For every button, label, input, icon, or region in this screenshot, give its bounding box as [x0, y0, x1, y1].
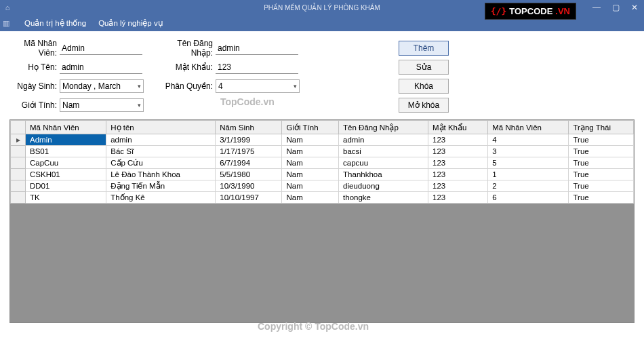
- label-gioitinh: Giới Tính:: [9, 100, 60, 110]
- cell[interactable]: Đặng Tiến Mẫn: [106, 180, 216, 192]
- table-row[interactable]: DD01Đặng Tiến Mẫn10/3/1990Namdieuduong12…: [11, 180, 634, 192]
- cell[interactable]: admin: [339, 134, 428, 146]
- col-tendn[interactable]: Tên Đăng Nhập: [339, 121, 428, 134]
- cell[interactable]: Cấp Cứu: [106, 157, 216, 169]
- cell[interactable]: TK: [26, 192, 106, 204]
- form-column-2: Tên Đăng Nhập: Mật Khẩu: Phân Quyền: 4 ▾: [156, 41, 300, 113]
- row-indicator: [11, 192, 26, 204]
- cell[interactable]: CSKH01: [26, 169, 106, 180]
- row-indicator: ▸: [11, 134, 26, 146]
- col-manv2[interactable]: Mã Nhân Viên: [488, 121, 569, 134]
- cell[interactable]: admin: [106, 134, 216, 146]
- cell[interactable]: True: [569, 146, 634, 157]
- label-matkhau: Mật Khẩu:: [156, 62, 216, 72]
- chevron-down-icon: ▾: [138, 102, 141, 109]
- cell[interactable]: Nam: [282, 169, 339, 180]
- cell[interactable]: Lê Đào Thành Khoa: [106, 169, 216, 180]
- input-tendn[interactable]: [216, 41, 298, 55]
- maximize-button[interactable]: ▢: [606, 0, 625, 15]
- mokhoa-button[interactable]: Mở khóa: [399, 98, 449, 113]
- combo-gioitinh-value: Nam: [62, 100, 79, 110]
- cell[interactable]: 4: [488, 134, 569, 146]
- cell[interactable]: Nam: [282, 134, 339, 146]
- col-gioitinh[interactable]: Giới Tính: [282, 121, 339, 134]
- cell[interactable]: 5: [488, 157, 569, 169]
- cell[interactable]: dieuduong: [339, 180, 428, 192]
- sua-button[interactable]: Sửa: [399, 60, 449, 75]
- table-row[interactable]: CapCuuCấp Cứu6/7/1994Namcapcuu1235True: [11, 157, 634, 169]
- cell[interactable]: Nam: [282, 180, 339, 192]
- col-hoten[interactable]: Họ tên: [106, 121, 216, 134]
- col-namsinh[interactable]: Năm Sinh: [216, 121, 282, 134]
- cell[interactable]: 123: [428, 180, 487, 192]
- label-ngaysinh: Ngày Sinh:: [9, 81, 60, 91]
- row-indicator: [11, 180, 26, 192]
- row-indicator: [11, 169, 26, 180]
- cell[interactable]: 123: [428, 192, 487, 204]
- datepicker-value: Monday , March: [62, 81, 121, 91]
- cell[interactable]: Thống Kê: [106, 192, 216, 204]
- minimize-button[interactable]: —: [587, 0, 606, 15]
- cell[interactable]: 3/1/1999: [216, 134, 282, 146]
- table-row[interactable]: CSKH01Lê Đào Thành Khoa5/5/1980NamThanhk…: [11, 169, 634, 180]
- table-row[interactable]: BS01Bác Sĩ1/17/1975Nambacsi1233True: [11, 146, 634, 157]
- cell[interactable]: 10/3/1990: [216, 180, 282, 192]
- cell[interactable]: Bác Sĩ: [106, 146, 216, 157]
- input-hoten[interactable]: [60, 60, 142, 74]
- cell[interactable]: bacsi: [339, 146, 428, 157]
- cell[interactable]: True: [569, 169, 634, 180]
- col-matkhau[interactable]: Mật Khẩu: [428, 121, 487, 134]
- cell[interactable]: 123: [428, 146, 487, 157]
- cell[interactable]: 3: [488, 146, 569, 157]
- cell[interactable]: 123: [428, 134, 487, 146]
- cell[interactable]: 123: [428, 169, 487, 180]
- cell[interactable]: True: [569, 192, 634, 204]
- khoa-button[interactable]: Khóa: [399, 79, 449, 94]
- close-button[interactable]: ✕: [625, 0, 644, 15]
- datepicker-ngaysinh[interactable]: Monday , March ▾: [60, 79, 144, 93]
- input-manv[interactable]: [60, 41, 142, 55]
- row-indicator: [11, 146, 26, 157]
- cell[interactable]: 6/7/1994: [216, 157, 282, 169]
- cell[interactable]: 2: [488, 180, 569, 192]
- cell[interactable]: True: [569, 134, 634, 146]
- chevron-down-icon: ▾: [294, 83, 297, 90]
- combo-gioitinh[interactable]: Nam ▾: [60, 98, 144, 112]
- cell[interactable]: 1/17/1975: [216, 146, 282, 157]
- table-row[interactable]: ▸Adminadmin3/1/1999Namadmin1234True: [11, 134, 634, 146]
- label-tendn: Tên Đăng Nhập:: [156, 39, 216, 58]
- cell[interactable]: Nam: [282, 146, 339, 157]
- cell[interactable]: True: [569, 157, 634, 169]
- input-matkhau[interactable]: [216, 60, 298, 74]
- cell[interactable]: Nam: [282, 192, 339, 204]
- cell[interactable]: BS01: [26, 146, 106, 157]
- cell[interactable]: 10/10/1997: [216, 192, 282, 204]
- combo-phanquyen[interactable]: 4 ▾: [216, 79, 300, 93]
- cell[interactable]: DD01: [26, 180, 106, 192]
- menu-quantri[interactable]: Quản trị hệ thống: [24, 18, 86, 28]
- logo-badge: {/} TOPCODE.VN: [485, 3, 576, 20]
- cell[interactable]: Thanhkhoa: [339, 169, 428, 180]
- col-trangthai[interactable]: Trạng Thái: [569, 121, 634, 134]
- content-area: Mã Nhân Viên: Họ Tên: Ngày Sinh: Monday …: [0, 31, 644, 328]
- data-grid[interactable]: Mã Nhân Viên Họ tên Năm Sinh Giới Tính T…: [9, 119, 635, 323]
- menu-toggle-icon[interactable]: ▥: [3, 19, 12, 28]
- cell[interactable]: 123: [428, 157, 487, 169]
- cell[interactable]: 1: [488, 169, 569, 180]
- window-title: PHẦN MỀM QUẢN LÝ PHÒNG KHÁM: [264, 4, 380, 12]
- cell[interactable]: Admin: [26, 134, 106, 146]
- form-column-1: Mã Nhân Viên: Họ Tên: Ngày Sinh: Monday …: [9, 41, 144, 113]
- cell[interactable]: CapCuu: [26, 157, 106, 169]
- table-row[interactable]: TKThống Kê10/10/1997Namthongke1236True: [11, 192, 634, 204]
- them-button[interactable]: Thêm: [399, 41, 449, 56]
- cell[interactable]: 6: [488, 192, 569, 204]
- cell[interactable]: 5/5/1980: [216, 169, 282, 180]
- cell[interactable]: True: [569, 180, 634, 192]
- col-manv[interactable]: Mã Nhân Viên: [26, 121, 106, 134]
- cell[interactable]: Nam: [282, 157, 339, 169]
- logo-text1: TOPCODE: [509, 6, 552, 16]
- cell[interactable]: capcuu: [339, 157, 428, 169]
- window-controls: — ▢ ✕: [587, 0, 644, 15]
- menu-nghiepvu[interactable]: Quản lý nghiệp vụ: [98, 18, 163, 28]
- cell[interactable]: thongke: [339, 192, 428, 204]
